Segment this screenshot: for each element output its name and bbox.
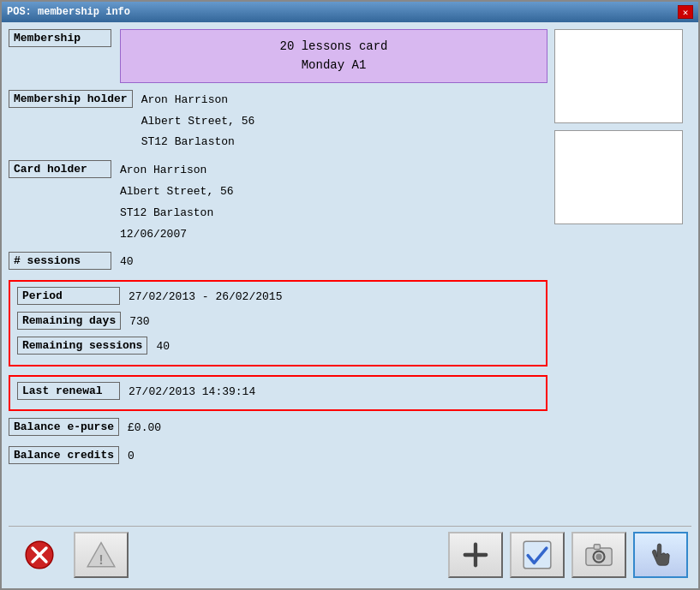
add-button[interactable] [448,532,503,578]
cancel-button[interactable] [12,532,67,578]
last-renewal-value: 27/02/2013 14:39:14 [129,382,255,403]
window-title: POS: membership info [7,6,130,18]
warning-button[interactable]: ! [74,532,129,578]
sessions-row: # sessions 40 [9,252,547,273]
card-line2: Albert Street, 56 [120,182,234,203]
window: POS: membership info ✕ Membership 20 les… [0,0,700,590]
titlebar: POS: membership info ✕ [2,2,698,22]
right-buttons [448,532,688,578]
main-area: Membership 20 lessons card Monday A1 Mem… [9,29,691,526]
membership-line2: Monday A1 [138,56,529,74]
balance-credits-label: Balance credits [9,446,119,464]
card-line3: ST12 Barlaston [120,203,234,224]
holder-line1: Aron Harrison [141,90,255,111]
warning-icon: ! [86,539,117,570]
balance-epurse-label: Balance e-purse [9,418,119,436]
membership-line1: 20 lessons card [138,37,529,56]
remaining-days-row: Remaining days 730 [17,312,539,333]
camera-button[interactable] [571,532,626,578]
membership-holder-row: Membership holder Aron Harrison Albert S… [9,90,547,153]
edit-icon [522,539,553,570]
photo-box-top [554,29,683,123]
remaining-sessions-label: Remaining sessions [17,337,147,355]
add-icon [460,539,491,570]
camera-icon [583,539,614,570]
balance-credits-row: Balance credits 0 [9,446,547,468]
last-renewal-row: Last renewal 27/02/2013 14:39:14 [17,382,539,403]
balance-credits-value: 0 [128,446,135,468]
holder-line3: ST12 Barlaston [141,132,255,153]
period-row: Period 27/02/2013 - 26/02/2015 [17,287,539,308]
remaining-sessions-value: 40 [156,337,170,358]
left-buttons: ! [12,532,129,578]
membership-value: 20 lessons card Monday A1 [120,29,547,83]
svg-text:!: ! [97,553,105,569]
card-holder-value: Aron Harrison Albert Street, 56 ST12 Bar… [120,160,234,245]
membership-holder-value: Aron Harrison Albert Street, 56 ST12 Bar… [141,90,255,153]
membership-row: Membership 20 lessons card Monday A1 [9,29,547,83]
card-holder-row: Card holder Aron Harrison Albert Street,… [9,160,547,245]
period-value: 27/02/2013 - 26/02/2015 [129,287,282,308]
card-line1: Aron Harrison [120,160,234,182]
last-renewal-label: Last renewal [17,382,120,400]
card-holder-label: Card holder [9,160,111,178]
right-panel [554,29,691,526]
period-label: Period [17,287,120,305]
balance-epurse-row: Balance e-purse £0.00 [9,418,547,439]
bottom-bar: ! [9,526,691,581]
last-renewal-section: Last renewal 27/02/2013 14:39:14 [9,375,547,412]
remaining-sessions-row: Remaining sessions 40 [17,337,539,358]
membership-holder-label: Membership holder [9,90,133,108]
sessions-value: 40 [120,252,134,273]
sessions-label: # sessions [9,252,111,270]
svg-rect-11 [594,545,600,550]
hand-icon [645,539,676,570]
content-area: Membership 20 lessons card Monday A1 Mem… [2,22,698,588]
holder-line2: Albert Street, 56 [141,111,255,133]
balance-epurse-value: £0.00 [128,418,161,439]
svg-point-10 [595,554,601,560]
close-button[interactable]: ✕ [678,5,693,19]
membership-label: Membership [9,29,111,47]
period-section: Period 27/02/2013 - 26/02/2015 Remaining… [9,280,547,366]
photo-box-bottom [554,130,683,224]
cancel-icon [24,539,55,570]
card-line4: 12/06/2007 [120,224,234,246]
hand-button[interactable] [633,532,688,578]
edit-button[interactable] [510,532,565,578]
remaining-days-value: 730 [129,312,149,333]
remaining-days-label: Remaining days [17,312,121,330]
left-panel: Membership 20 lessons card Monday A1 Mem… [9,29,547,526]
